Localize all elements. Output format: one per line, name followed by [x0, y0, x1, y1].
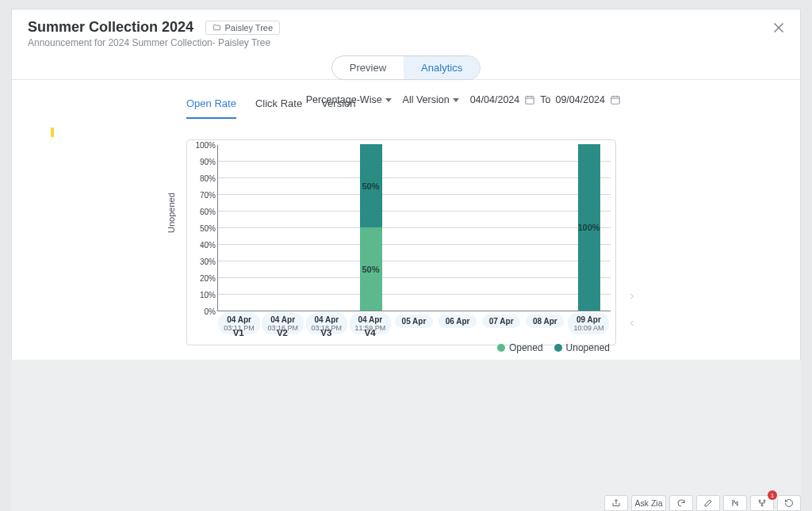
- chart-legend: Opened Unopened: [497, 342, 610, 353]
- chart-controls: Percentage-Wise All Version 04/04/2024 T…: [306, 94, 621, 105]
- folder-icon: [213, 23, 221, 32]
- svg-point-4: [761, 505, 763, 506]
- chevron-down-icon: [385, 98, 392, 102]
- version-label: V2: [260, 328, 304, 337]
- chart-column: [436, 145, 480, 311]
- chart-area: Unopened 0%10%20%30%40%50%60%70%80%90%10…: [186, 139, 616, 345]
- bar-stack[interactable]: 50%50%: [360, 144, 382, 311]
- version-row: V1V2V3V4: [216, 328, 611, 337]
- subtab-open-rate[interactable]: Open Rate: [186, 94, 236, 119]
- version-label: V4: [348, 328, 392, 337]
- calendar-icon[interactable]: [524, 94, 535, 105]
- chevron-down-icon: [453, 98, 459, 102]
- calendar-icon[interactable]: [610, 94, 621, 105]
- chart-column: [262, 145, 305, 311]
- svg-rect-1: [611, 97, 620, 104]
- subtab-click-rate[interactable]: Click Rate: [255, 94, 302, 119]
- y-tick: 10%: [200, 291, 216, 299]
- bar-stack[interactable]: 100%: [578, 144, 600, 311]
- y-tick: 80%: [200, 174, 216, 183]
- to-label: To: [540, 94, 550, 105]
- svg-point-3: [764, 500, 765, 501]
- version-label: V1: [216, 328, 260, 337]
- toolbar-flow-button[interactable]: 1: [750, 495, 774, 511]
- legend-opened: Opened: [497, 342, 543, 353]
- bottom-toolbar: Ask Zia 1: [604, 494, 801, 511]
- toolbar-edit-button[interactable]: [696, 495, 720, 511]
- mode-label: Percentage-Wise: [306, 94, 382, 105]
- version-label: [436, 328, 480, 337]
- y-tick: 70%: [200, 191, 216, 200]
- version-label: [392, 328, 435, 337]
- y-tick: 60%: [200, 208, 216, 216]
- y-tick: 90%: [200, 158, 216, 166]
- toolbar-ask-zia-button[interactable]: Ask Zia: [631, 495, 666, 511]
- bar-segment-opened: 50%: [360, 227, 382, 311]
- chart-column: 100%: [567, 145, 611, 311]
- date-from[interactable]: 04/04/2024: [470, 94, 520, 105]
- chart-column: [305, 145, 349, 311]
- toolbar-share-button[interactable]: [604, 495, 628, 511]
- bar-segment-unopened: 100%: [578, 144, 600, 311]
- date-to[interactable]: 09/04/2024: [555, 94, 605, 105]
- toolbar-refresh-button[interactable]: [669, 495, 693, 511]
- lower-backdrop: [11, 360, 801, 511]
- mode-dropdown[interactable]: Percentage-Wise: [306, 94, 392, 105]
- folder-tag[interactable]: Paisley Tree: [205, 21, 281, 35]
- panel-header: Summer Collection 2024 Paisley Tree Anno…: [12, 10, 800, 53]
- version-label: All Version: [403, 94, 450, 105]
- chart-plot: 50%50%100%: [217, 145, 611, 311]
- page-subtitle: Announcement for 2024 Summer Collection-…: [28, 37, 784, 48]
- chart-column: [218, 145, 262, 311]
- y-tick: 20%: [200, 274, 216, 283]
- version-dropdown[interactable]: All Version: [403, 94, 459, 105]
- date-range: 04/04/2024 To 09/04/2024: [470, 94, 621, 105]
- chart-column: [393, 145, 436, 311]
- bar-segment-unopened: 50%: [360, 144, 382, 227]
- main-tabbar: Preview Analytics: [12, 55, 800, 80]
- legend-unopened: Unopened: [554, 342, 610, 353]
- chart-column: [523, 145, 567, 311]
- legend-swatch-opened: [497, 344, 505, 352]
- y-tick: 40%: [200, 241, 216, 250]
- y-tick: 50%: [200, 224, 216, 233]
- version-label: [480, 328, 523, 337]
- chart-prev-button[interactable]: [624, 311, 640, 335]
- toolbar-history-button[interactable]: [777, 495, 801, 511]
- version-label: [568, 328, 611, 337]
- svg-point-2: [759, 500, 760, 501]
- chart-column: [480, 145, 523, 311]
- version-label: [523, 328, 567, 337]
- y-tick: 0%: [205, 307, 216, 316]
- chart-bars: 50%50%100%: [218, 145, 611, 311]
- svg-rect-0: [526, 97, 534, 104]
- y-tick: 100%: [195, 141, 216, 150]
- marker-indicator: [51, 128, 54, 137]
- folder-label: Paisley Tree: [225, 23, 274, 32]
- tab-preview[interactable]: Preview: [332, 56, 404, 79]
- page-title: Summer Collection 2024: [28, 19, 193, 36]
- toolbar-flags-button[interactable]: [723, 495, 747, 511]
- chart-next-button[interactable]: [624, 284, 640, 308]
- notification-badge: 1: [768, 490, 777, 500]
- close-button[interactable]: [770, 19, 787, 36]
- version-label: V3: [304, 328, 348, 337]
- y-axis-label: Unopened: [167, 193, 176, 233]
- chart-column: 50%50%: [349, 145, 393, 311]
- legend-swatch-unopened: [554, 344, 562, 352]
- main-tabs: Preview Analytics: [331, 55, 481, 80]
- y-axis-ticks: 0%10%20%30%40%50%60%70%80%90%100%: [190, 140, 217, 307]
- tab-analytics[interactable]: Analytics: [404, 56, 480, 79]
- y-tick: 30%: [200, 257, 216, 266]
